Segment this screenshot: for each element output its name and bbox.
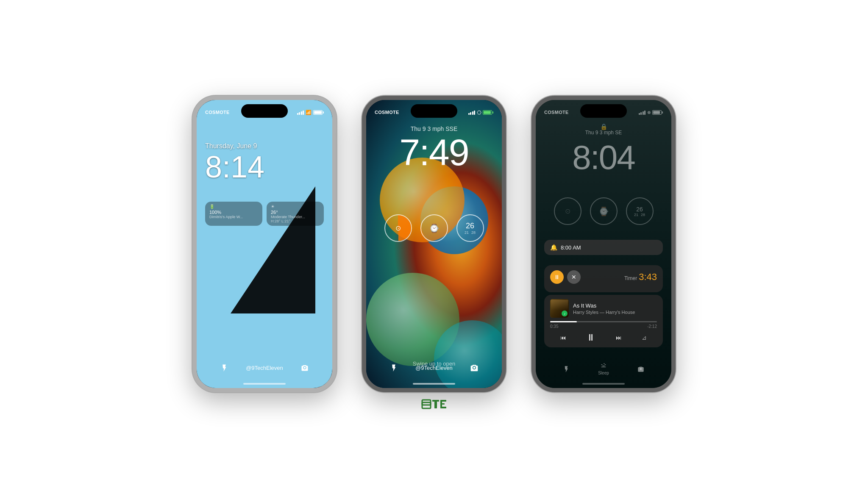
phone1-date: Thursday, June 9 — [205, 142, 264, 150]
phone3-alarm-notification: 🔔 8:00 AM — [544, 240, 663, 255]
phone2-dynamic-island — [411, 104, 457, 118]
timer-value: 3:43 — [639, 272, 657, 283]
timer-close-button[interactable]: ✕ — [567, 270, 581, 284]
phone1-time: 8:14 — [205, 152, 264, 182]
phone2-time: 7:49 — [366, 134, 502, 171]
camera-icon[interactable] — [297, 360, 312, 375]
phone3-weather-area: Thu 9 3 mph SE — [536, 126, 671, 136]
phone1-datetime: Thursday, June 9 8:14 — [205, 142, 264, 182]
phone2-swipe-hint: Swipe up to open — [366, 360, 502, 367]
phone1-weather-widget: ☀ 26° Moderate Thunder... H:28° L:21° — [267, 202, 324, 226]
phone2-signal — [468, 110, 476, 115]
phone3-temp-high: 28 — [641, 213, 645, 217]
svg-rect-6 — [434, 402, 437, 408]
flashlight-icon[interactable] — [217, 360, 232, 375]
phone3-temp-widget: 26 21 28 — [626, 197, 654, 225]
weather-widget-value: 26° — [271, 210, 320, 215]
music-airplay-button[interactable]: ⊿ — [642, 334, 647, 341]
phone3-activity-widget: ⊙ — [554, 197, 581, 225]
phone1-status-icons: 📶 — [297, 110, 324, 115]
phone3-signal — [639, 110, 646, 115]
alarm-bell-icon: 🔔 — [550, 244, 557, 251]
phone2-temp-low: 21 — [465, 230, 469, 235]
phone2-temp-value: 26 — [466, 222, 474, 230]
music-text: As It Was Harry Styles — Harry's House — [573, 302, 657, 315]
phone3-wifi: ⊛ — [647, 110, 651, 115]
phone3-dynamic-island — [580, 104, 627, 118]
phone1-username: @9TechEleven — [246, 365, 283, 371]
phone-1: COSMOTE 📶 Thursday, June 9 8:14 — [192, 96, 337, 392]
phone-2: COSMOTE ◌ Thu 9 3 mph SSE — [362, 96, 506, 392]
phone3-widgets: ⊙ ⌚ 26 21 28 — [536, 197, 671, 225]
svg-rect-10 — [440, 407, 446, 408]
timer-header: ⏸ ✕ Timer 3:43 — [550, 270, 657, 284]
phone1-carrier: COSMOTE — [205, 110, 230, 115]
music-forward-button[interactable]: ⏭ — [616, 334, 622, 341]
music-current-time: 0:35 — [550, 324, 558, 329]
svg-point-1 — [473, 367, 476, 369]
phone3-home-indicator — [582, 383, 625, 385]
phone3-watch-widget: ⌚ — [590, 197, 618, 225]
phone3-alarm-time: 8:00 AM — [561, 244, 581, 251]
phone3-weather-row: Thu 9 3 mph SE — [536, 130, 671, 136]
phone1-dynamic-island — [241, 104, 288, 118]
phone1-signal — [297, 110, 304, 115]
music-artist: Harry Styles — [573, 310, 598, 315]
timer-pause-button[interactable]: ⏸ — [550, 270, 564, 284]
music-rewind-button[interactable]: ⏮ — [560, 334, 566, 341]
phone2-datetime: Thu 9 3 mph SSE 7:49 — [366, 125, 502, 171]
phone3-sleep-button[interactable]: Sleep — [598, 362, 609, 375]
timer-display: Timer 3:43 — [624, 272, 657, 283]
svg-point-0 — [304, 367, 306, 369]
phone3-music-player: ♪ As It Was Harry Styles — Harry's House — [544, 295, 663, 347]
phone3-carrier: COSMOTE — [544, 110, 569, 115]
phone2-widgets: ⊙ ⌚ 26 21 28 — [366, 214, 502, 242]
phone3-timer-widget: ⏸ ✕ Timer 3:43 — [544, 265, 663, 292]
phone2-carrier: COSMOTE — [375, 110, 399, 115]
phone1-widgets: 🔋 100% Dimitris's Apple W... ☀ 26° Moder… — [205, 202, 324, 226]
weather-widget-sub: H:28° L:21° — [271, 219, 320, 223]
phone3-sleep-label: Sleep — [598, 371, 609, 375]
music-title: As It Was — [573, 302, 657, 309]
phone1-home-indicator — [243, 383, 286, 385]
phone2-watch-widget: ⌚ — [420, 214, 448, 242]
phone3-temp-low: 21 — [634, 213, 638, 217]
phone2-temp-widget: 26 21 28 — [456, 214, 484, 242]
phone3-screen: COSMOTE ⊛ 🔒 — [536, 100, 671, 388]
music-pause-button[interactable]: ⏸ — [586, 332, 595, 343]
phone1-bottom-bar: @9TechEleven — [197, 360, 332, 375]
svg-rect-9 — [440, 403, 445, 405]
wifi-icon: 📶 — [306, 110, 312, 115]
phone-3: COSMOTE ⊛ 🔒 — [531, 96, 676, 392]
phone2-home-indicator — [413, 383, 455, 385]
battery-widget-label: Dimitris's Apple W... — [209, 215, 258, 219]
timer-label: Timer — [624, 275, 637, 281]
phone3-status-icons: ⊛ — [639, 110, 663, 115]
weather-widget-label: Moderate Thunder... — [271, 215, 320, 219]
music-progress: 0:35 -2:12 — [550, 321, 657, 329]
progress-times: 0:35 -2:12 — [550, 324, 657, 329]
phone2-status-icons: ◌ — [468, 109, 494, 115]
phone2-activity-widget: ⊙ — [384, 214, 412, 242]
phone2-screen: COSMOTE ◌ Thu 9 3 mph SSE — [366, 100, 502, 388]
branding-logo — [421, 399, 447, 418]
progress-fill — [550, 321, 577, 322]
music-album: Harry's House — [606, 310, 635, 315]
music-album-art: ♪ — [550, 299, 569, 318]
battery-widget-value: 100% — [209, 210, 258, 215]
phone3-flashlight[interactable] — [563, 366, 570, 372]
phone2-temp-high: 28 — [471, 230, 476, 235]
phone1-battery-widget: 🔋 100% Dimitris's Apple W... — [205, 202, 262, 226]
phone3-temp-val: 26 — [636, 206, 643, 213]
phone3-camera[interactable] — [637, 366, 644, 372]
spotify-icon: ♪ — [562, 311, 568, 316]
music-separator: — — [600, 310, 606, 315]
phone1-screen: COSMOTE 📶 Thursday, June 9 8:14 — [197, 100, 332, 388]
phone2-weather: Thu 9 3 mph SSE — [366, 125, 502, 132]
phone2-wifi-icon: ◌ — [477, 109, 481, 115]
phone3-weather-text: Thu 9 3 mph SE — [585, 130, 622, 136]
phone1-battery — [313, 110, 324, 115]
phone3-time: 8:04 — [536, 138, 671, 177]
timer-controls: ⏸ ✕ — [550, 270, 581, 284]
music-total-time: -2:12 — [647, 324, 657, 329]
